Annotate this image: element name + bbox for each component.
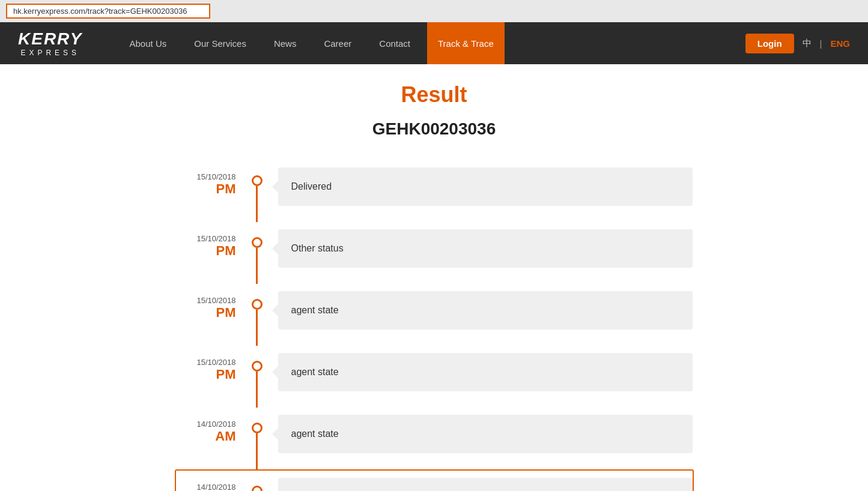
timeline-dot bbox=[252, 299, 263, 310]
nav-right: Login 中 | ENG bbox=[745, 34, 850, 53]
timeline-status-text: Delivered bbox=[291, 181, 332, 192]
login-button[interactable]: Login bbox=[745, 34, 794, 53]
timeline-date: 14/10/2018 bbox=[176, 483, 236, 491]
timeline-dot bbox=[252, 175, 263, 186]
timeline-card-col: Pending clearance bbox=[266, 471, 693, 491]
timeline-card: Other status bbox=[278, 229, 693, 268]
logo-kerry: KERRY bbox=[18, 29, 83, 49]
page-wrapper: KERRY EXPRESS About UsOur ServicesNewsCa… bbox=[0, 0, 868, 491]
timeline-item: 15/10/2018PMagent state bbox=[176, 346, 693, 408]
timeline-ampm: PM bbox=[176, 305, 236, 321]
timeline-date-col: 15/10/2018PM bbox=[176, 222, 248, 284]
timeline-date-col: 15/10/2018PM bbox=[176, 284, 248, 346]
timeline-date: 15/10/2018 bbox=[176, 358, 236, 367]
timeline-status-text: agent state bbox=[291, 429, 339, 439]
timeline-ampm: PM bbox=[176, 181, 236, 197]
timeline-date-col: 14/10/2018AM bbox=[176, 408, 248, 469]
timeline-connector bbox=[248, 284, 266, 346]
nav-item-about-us[interactable]: About Us bbox=[119, 22, 178, 64]
timeline-status-text: agent state bbox=[291, 305, 339, 316]
result-title: Result bbox=[176, 82, 693, 107]
timeline-date-col: 15/10/2018PM bbox=[176, 346, 248, 408]
timeline-connector bbox=[248, 346, 266, 408]
timeline-card: Delivered bbox=[278, 167, 693, 206]
timeline-card-col: Other status bbox=[266, 222, 693, 284]
lang-separator: | bbox=[820, 38, 822, 49]
timeline-date: 15/10/2018 bbox=[176, 296, 236, 305]
logo-express: EXPRESS bbox=[20, 49, 80, 57]
address-input[interactable] bbox=[6, 4, 210, 19]
timeline-connector bbox=[248, 471, 266, 491]
nav-item-career[interactable]: Career bbox=[313, 22, 362, 64]
nav-item-news[interactable]: News bbox=[263, 22, 308, 64]
timeline-card-col: Delivered bbox=[266, 160, 693, 222]
timeline-card: Pending clearance bbox=[278, 478, 693, 491]
timeline-card-col: agent state bbox=[266, 408, 693, 469]
nav-item-track---trace[interactable]: Track & Trace bbox=[427, 22, 505, 64]
timeline-connector bbox=[248, 222, 266, 284]
timeline-card: agent state bbox=[278, 353, 693, 391]
timeline-card-col: agent state bbox=[266, 346, 693, 408]
lang-zh[interactable]: 中 bbox=[803, 38, 812, 49]
timeline-item: 14/10/2018PMPending clearance bbox=[175, 469, 694, 491]
nav-item-our-services[interactable]: Our Services bbox=[183, 22, 257, 64]
tracking-number: GEHK00203036 bbox=[176, 119, 693, 139]
timeline-item: 14/10/2018AMagent state bbox=[176, 408, 693, 469]
address-bar bbox=[0, 0, 868, 22]
timeline-card: agent state bbox=[278, 291, 693, 330]
nav-item-contact[interactable]: Contact bbox=[368, 22, 421, 64]
timeline-ampm: PM bbox=[176, 243, 236, 259]
timeline-card-col: agent state bbox=[266, 284, 693, 346]
timeline-date-col: 14/10/2018PM bbox=[176, 471, 248, 491]
timeline-dot bbox=[252, 361, 263, 372]
timeline: 15/10/2018PMDelivered15/10/2018PMOther s… bbox=[176, 160, 693, 491]
timeline-connector bbox=[248, 408, 266, 469]
logo: KERRY EXPRESS bbox=[18, 29, 83, 57]
timeline-date: 15/10/2018 bbox=[176, 234, 236, 243]
main-content: Result GEHK00203036 15/10/2018PMDelivere… bbox=[164, 64, 705, 491]
timeline-status-text: agent state bbox=[291, 367, 339, 378]
nav-links: About UsOur ServicesNewsCareerContactTra… bbox=[119, 22, 745, 64]
timeline-card: agent state bbox=[278, 415, 693, 453]
lang-en[interactable]: ENG bbox=[830, 38, 850, 49]
timeline-item: 15/10/2018PMOther status bbox=[176, 222, 693, 284]
timeline-dot bbox=[252, 486, 263, 491]
timeline-dot bbox=[252, 423, 263, 433]
timeline-item: 15/10/2018PMagent state bbox=[176, 284, 693, 346]
navbar: KERRY EXPRESS About UsOur ServicesNewsCa… bbox=[0, 22, 868, 64]
timeline-ampm: AM bbox=[176, 429, 236, 444]
timeline-connector bbox=[248, 160, 266, 222]
timeline-date-col: 15/10/2018PM bbox=[176, 160, 248, 222]
timeline-status-text: Other status bbox=[291, 243, 344, 254]
timeline-date: 14/10/2018 bbox=[176, 420, 236, 429]
timeline-item: 15/10/2018PMDelivered bbox=[176, 160, 693, 222]
timeline-date: 15/10/2018 bbox=[176, 172, 236, 181]
timeline-ampm: PM bbox=[176, 367, 236, 382]
timeline-dot bbox=[252, 237, 263, 248]
